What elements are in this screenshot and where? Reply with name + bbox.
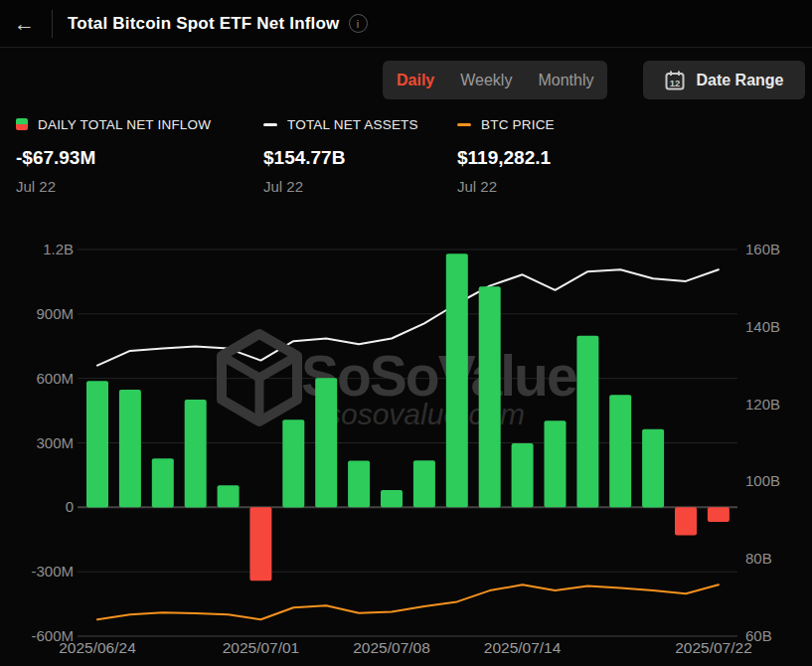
right-axis-tick: 140B xyxy=(745,318,780,335)
inflow-swatch-icon xyxy=(16,118,28,130)
btc-value: $119,282.1 xyxy=(457,147,555,169)
inflow-bar-2025-07-01[interactable] xyxy=(249,507,271,581)
right-axis-tick: 160B xyxy=(745,241,780,257)
inflow-chart: 1.2B900M600M300M0-300M-600M160B140B120B1… xyxy=(0,229,812,666)
tab-monthly[interactable]: Monthly xyxy=(538,72,593,89)
inflow-bar-2025-06-25[interactable] xyxy=(119,390,141,507)
legend-label: DAILY TOTAL NET INFLOW xyxy=(38,117,211,132)
header-divider xyxy=(52,10,53,38)
x-axis-tick: 2025/07/08 xyxy=(353,639,430,656)
inflow-bar-2025-06-30[interactable] xyxy=(218,485,240,507)
tab-daily[interactable]: Daily xyxy=(397,72,434,89)
legend-item-total-net-assets: TOTAL NET ASSETS $154.77B Jul 22 xyxy=(263,112,418,195)
date-range-button[interactable]: 12 Date Range xyxy=(643,61,805,99)
legend-label: BTC PRICE xyxy=(481,117,555,132)
inflow-value: -$67.93M xyxy=(16,147,211,169)
left-axis-tick: 600M xyxy=(36,370,74,387)
date-range-label: Date Range xyxy=(696,72,783,89)
info-icon[interactable]: i xyxy=(349,14,368,33)
right-axis-tick: 80B xyxy=(745,550,772,567)
calendar-icon: 12 xyxy=(664,70,686,91)
inflow-bar-2025-07-10[interactable] xyxy=(446,253,468,507)
inflow-bar-2025-07-14[interactable] xyxy=(512,443,534,507)
page-title: Total Bitcoin Spot ETF Net Inflow xyxy=(68,14,340,34)
left-axis-tick: 0 xyxy=(66,498,74,515)
inflow-date: Jul 22 xyxy=(16,178,211,195)
legend-item-btc-price: BTC PRICE $119,282.1 Jul 22 xyxy=(457,112,555,195)
inflow-bar-2025-07-07[interactable] xyxy=(348,460,370,507)
inflow-bar-2025-07-03[interactable] xyxy=(315,378,337,507)
x-axis-tick: 2025/06/24 xyxy=(59,639,136,656)
inflow-bar-2025-06-27[interactable] xyxy=(185,400,207,507)
inflow-bar-2025-07-22[interactable] xyxy=(708,507,730,522)
page: { "header": { "back_icon": "←", "title":… xyxy=(0,0,812,666)
inflow-bar-2025-07-09[interactable] xyxy=(413,460,435,507)
inflow-bar-2025-07-17[interactable] xyxy=(609,395,631,507)
sosovalue-watermark: SoSoValuesosovalue.com xyxy=(222,334,576,430)
inflow-bar-2025-07-11[interactable] xyxy=(479,286,501,507)
legend: DAILY TOTAL NET INFLOW -$67.93M Jul 22 T… xyxy=(0,112,812,202)
right-axis-tick: 120B xyxy=(745,396,780,413)
assets-value: $154.77B xyxy=(263,147,418,169)
right-axis-tick: 100B xyxy=(745,472,780,489)
left-axis-tick: -300M xyxy=(31,563,74,580)
inflow-bar-2025-07-15[interactable] xyxy=(545,420,567,507)
left-axis-tick: 300M xyxy=(36,434,74,451)
inflow-bar-2025-07-02[interactable] xyxy=(282,419,304,507)
btc-swatch-icon xyxy=(457,123,471,126)
svg-text:12: 12 xyxy=(670,77,681,87)
assets-swatch-icon xyxy=(263,123,277,126)
back-arrow-icon[interactable]: ← xyxy=(14,13,35,34)
btc-price-line xyxy=(97,584,719,619)
assets-date: Jul 22 xyxy=(263,178,418,195)
inflow-bar-2025-07-18[interactable] xyxy=(642,429,664,508)
legend-item-daily-net-inflow: DAILY TOTAL NET INFLOW -$67.93M Jul 22 xyxy=(16,112,211,195)
interval-tab-group: Daily Weekly Monthly xyxy=(383,61,607,99)
left-axis-tick: 1.2B xyxy=(43,241,74,257)
legend-label: TOTAL NET ASSETS xyxy=(287,117,418,132)
x-axis-tick: 2025/07/14 xyxy=(484,639,562,656)
inflow-bar-2025-07-21[interactable] xyxy=(675,507,697,535)
tab-weekly[interactable]: Weekly xyxy=(460,72,512,89)
btc-date: Jul 22 xyxy=(457,178,555,195)
inflow-bar-2025-07-16[interactable] xyxy=(576,336,598,508)
header: ← Total Bitcoin Spot ETF Net Inflow i xyxy=(0,0,812,48)
inflow-bar-2025-06-26[interactable] xyxy=(152,458,174,507)
inflow-bar-2025-07-08[interactable] xyxy=(381,490,403,507)
inflow-bar-2025-06-24[interactable] xyxy=(86,381,108,507)
x-axis-tick: 2025/07/01 xyxy=(223,639,300,656)
left-axis-tick: 900M xyxy=(36,305,74,322)
x-axis-tick: 2025/07/22 xyxy=(675,639,752,656)
